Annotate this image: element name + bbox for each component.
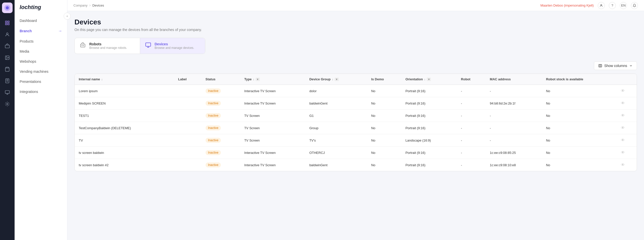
sidebar-arrow-icon: → — [58, 29, 62, 33]
cell-status: Inactive — [202, 147, 240, 159]
cell-is-demo: No — [367, 97, 401, 110]
cell-label — [174, 159, 202, 171]
cell-internal-name: tv screen baldwin — [75, 147, 174, 159]
app-logo — [2, 3, 13, 13]
col-orientation[interactable]: Orientation ↕ ▼ — [401, 74, 457, 85]
sidebar-item-media[interactable]: Media — [15, 46, 67, 56]
nav-icon-branch[interactable] — [2, 29, 13, 40]
svg-rect-11 — [6, 79, 9, 83]
nav-icon-media[interactable] — [2, 52, 13, 63]
show-columns-button[interactable]: Show columns — [594, 61, 637, 70]
cell-device-group: TV's — [305, 134, 367, 147]
sidebar: lochting ‹ Dashboard Branch → Products M… — [15, 0, 67, 240]
help-button[interactable]: ? — [609, 2, 616, 9]
view-row-icon[interactable]: 👁 — [621, 150, 625, 155]
cell-internal-name: Medipim SCREEN — [75, 97, 174, 110]
filter-icon[interactable]: ▼ — [427, 78, 431, 81]
nav-icon-webshops[interactable] — [2, 64, 13, 75]
col-internal-name[interactable]: Internal name ↕ — [75, 74, 174, 85]
sort-icon: ↕ — [424, 78, 426, 81]
cell-is-demo: No — [367, 147, 401, 159]
view-row-icon[interactable]: 👁 — [621, 113, 625, 118]
col-type[interactable]: Type ↕ ▼ — [240, 74, 305, 85]
svg-rect-28 — [599, 64, 602, 67]
sidebar-item-products[interactable]: Products — [15, 36, 67, 46]
table-row: Medipim SCREEN Inactive Interactive TV S… — [75, 97, 637, 110]
cell-actions[interactable]: 👁 — [617, 147, 637, 159]
breadcrumb-parent[interactable]: Company — [73, 4, 88, 7]
col-status: Status — [202, 74, 240, 85]
cell-actions[interactable]: 👁 — [617, 97, 637, 110]
nav-icon-presentations[interactable] — [2, 87, 13, 98]
cell-robot: - — [457, 147, 486, 159]
cell-internal-name: TEST1 — [75, 110, 174, 122]
columns-icon — [598, 64, 602, 68]
col-device-group[interactable]: Device Group ↕ ▼ — [305, 74, 367, 85]
sidebar-item-presentations[interactable]: Presentations — [15, 77, 67, 87]
tab-devices[interactable]: Devices Browse and manage devices. — [140, 38, 205, 54]
cell-robot-stock: No — [542, 159, 617, 171]
cell-actions[interactable]: 👁 — [617, 159, 637, 171]
svg-point-9 — [6, 57, 7, 57]
cell-label — [174, 122, 202, 134]
sidebar-item-dashboard[interactable]: Dashboard — [15, 16, 67, 26]
nav-icon-dashboard[interactable] — [2, 18, 13, 28]
view-row-icon[interactable]: 👁 — [621, 163, 625, 167]
sidebar-item-label: Webshops — [20, 59, 36, 63]
sidebar-item-label: Integrations — [20, 90, 38, 94]
user-avatar-button[interactable] — [598, 2, 605, 9]
sidebar-item-label: Dashboard — [20, 19, 37, 23]
cell-robot-stock: No — [542, 147, 617, 159]
nav-icon-products[interactable] — [2, 41, 13, 51]
sidebar-item-webshops[interactable]: Webshops — [15, 56, 67, 66]
show-columns-label: Show columns — [604, 64, 627, 68]
status-badge: Inactive — [206, 101, 221, 106]
view-row-icon[interactable]: 👁 — [621, 138, 625, 142]
sidebar-item-vending[interactable]: Vending machines — [15, 66, 67, 77]
notifications-button[interactable] — [631, 2, 638, 9]
filter-icon[interactable]: ▼ — [335, 78, 339, 81]
cell-label — [174, 110, 202, 122]
cell-robot: - — [457, 134, 486, 147]
cell-orientation: Landscape (16:9) — [401, 134, 457, 147]
svg-rect-2 — [6, 21, 7, 23]
cell-mac-address: 94:b8:6d:2e:2b:1f — [486, 97, 542, 110]
page-content: Devices On this page you can manage the … — [67, 11, 644, 240]
cell-type: Interactive TV Screen — [240, 159, 305, 171]
col-label: Label — [174, 74, 202, 85]
cell-status: Inactive — [202, 134, 240, 147]
sidebar-item-label: Vending machines — [20, 70, 48, 74]
svg-rect-5 — [8, 23, 9, 25]
cell-label — [174, 147, 202, 159]
nav-icon-vending[interactable] — [2, 76, 13, 86]
filter-icon[interactable]: ▼ — [256, 78, 260, 81]
top-right-controls: Maarten Deboo (impersonating Kjell) ? EN — [540, 2, 638, 9]
view-row-icon[interactable]: 👁 — [621, 126, 625, 130]
cell-status: Inactive — [202, 97, 240, 110]
cell-actions[interactable]: 👁 — [617, 85, 637, 97]
cell-robot-stock: No — [542, 110, 617, 122]
cell-type: Interactive TV Screen — [240, 85, 305, 97]
user-impersonation-label[interactable]: Maarten Deboo (impersonating Kjell) — [540, 4, 594, 7]
sidebar-item-branch[interactable]: Branch → — [15, 26, 67, 36]
cell-device-group: dolor — [305, 85, 367, 97]
cell-actions[interactable]: 👁 — [617, 110, 637, 122]
view-row-icon[interactable]: 👁 — [621, 89, 625, 93]
nav-icon-integrations[interactable] — [2, 99, 13, 109]
sort-icon: ↕ — [101, 78, 103, 81]
col-mac-address: MAC address — [486, 74, 542, 85]
devices-tab-label: Devices — [155, 42, 194, 46]
svg-point-18 — [7, 104, 8, 105]
cell-actions[interactable]: 👁 — [617, 134, 637, 147]
page-title: Devices — [74, 18, 637, 26]
table-row: TEST1 Inactive TV Screen G1 No Portrait … — [75, 110, 637, 122]
language-button[interactable]: EN — [620, 2, 627, 9]
sidebar-collapse-button[interactable]: ‹ — [64, 13, 71, 20]
cell-actions[interactable]: 👁 — [617, 122, 637, 134]
cell-orientation: Portrait (9:16) — [401, 97, 457, 110]
table-toolbar: Show columns — [74, 61, 637, 70]
sidebar-item-integrations[interactable]: Integrations — [15, 87, 67, 97]
cell-is-demo: No — [367, 110, 401, 122]
view-row-icon[interactable]: 👁 — [621, 101, 625, 105]
tab-robots[interactable]: Robots Browse and manage robots. — [75, 38, 140, 54]
